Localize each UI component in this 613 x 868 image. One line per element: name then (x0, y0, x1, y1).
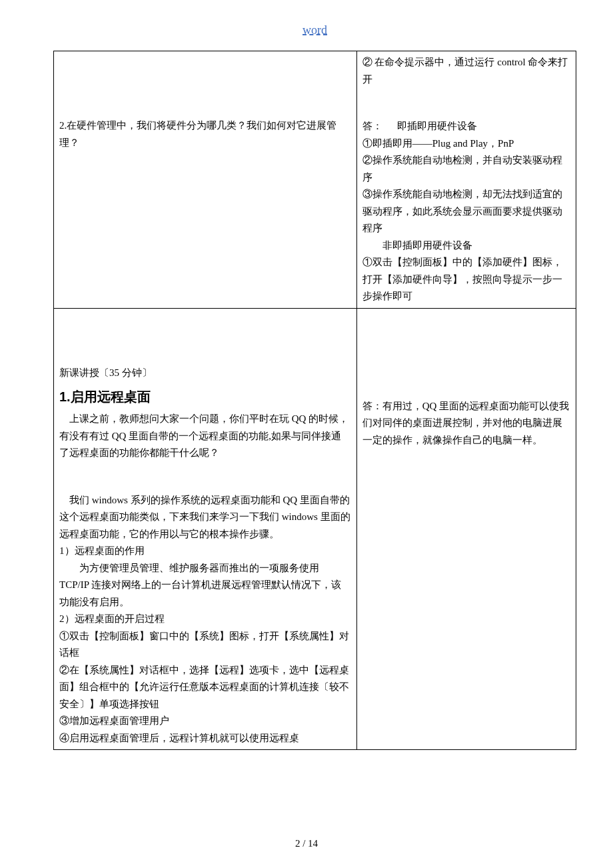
paragraph-intro-1: 上课之前，教师想问大家一个问题，你们平时在玩 QQ 的时候，有没有有过 QQ 里… (59, 411, 351, 462)
list-2-title: 2）远程桌面的开启过程 (59, 611, 351, 628)
paragraph-intro-2: 我们 windows 系列的操作系统的远程桌面功能和 QQ 里面自带的这个远程桌… (59, 492, 351, 543)
section-label: 新课讲授〔35 分钟〕 (59, 365, 351, 382)
answer-block: 答： 即插即用硬件设备 (362, 118, 570, 135)
answer-prev-step2: ② 在命令提示器中，通过运行 control 命令来打开 (362, 54, 570, 88)
answer-item-3: ③操作系统能自动地检测，却无法找到适宜的驱动程序，如此系统会显示画面要求提供驱动… (362, 186, 570, 237)
cell-right-2: 答：有用过，QQ 里面的远程桌面功能可以使我们对同伴的桌面进展控制，并对他的电脑… (356, 308, 576, 750)
page-header: word (53, 23, 576, 37)
answer-remote-desktop: 答：有用过，QQ 里面的远程桌面功能可以使我们对同伴的桌面进展控制，并对他的电脑… (362, 398, 570, 449)
page-number: 2 / 14 (295, 838, 318, 849)
question-2: 2.在硬件管理中，我们将硬件分为哪几类？我们如何对它进展管理？ (59, 54, 351, 151)
step-1: ①双击【控制面板】窗口中的【系统】图标，打开【系统属性】对话框 (59, 628, 351, 662)
cell-left-2: 新课讲授〔35 分钟〕 1.启用远程桌面 上课之前，教师想问大家一个问题，你们平… (54, 308, 357, 750)
page-footer: 2 / 14 (0, 838, 613, 849)
header-link[interactable]: word (303, 23, 327, 37)
answer-item-1: ①即插即用——Plug and Play，PnP (362, 135, 570, 153)
step-3: ③增加远程桌面管理用户 (59, 713, 351, 730)
cell-left-1: 2.在硬件管理中，我们将硬件分为哪几类？我们如何对它进展管理？ (54, 51, 357, 309)
table-row: 新课讲授〔35 分钟〕 1.启用远程桌面 上课之前，教师想问大家一个问题，你们平… (54, 308, 576, 750)
step-2: ②在【系统属性】对话框中，选择【远程】选项卡，选中【远程桌面】组合框中的【允许运… (59, 662, 351, 713)
step-4: ④启用远程桌面管理后，远程计算机就可以使用远程桌 (59, 730, 351, 747)
list-1-title: 1）远程桌面的作用 (59, 543, 351, 560)
list-1-body: 为方便管理员管理、维护服务器而推出的一项服务使用 TCP/IP 连接对网络上的一… (59, 560, 351, 611)
section-heading-1: 1.启用远程桌面 (59, 385, 351, 408)
content-table: 2.在硬件管理中，我们将硬件分为哪几类？我们如何对它进展管理？ ② 在命令提示器… (53, 51, 576, 750)
answer-item-2: ②操作系统能自动地检测，并自动安装驱动程序 (362, 152, 570, 186)
document-page: word 2.在硬件管理中，我们将硬件分为哪几类？我们如何对它进展管理？ ② 在… (0, 0, 613, 868)
answer-title: 即插即用硬件设备 (397, 121, 477, 131)
answer-label: 答： (362, 121, 382, 131)
cell-right-1: ② 在命令提示器中，通过运行 control 命令来打开 答： 即插即用硬件设备… (356, 51, 576, 309)
table-row: 2.在硬件管理中，我们将硬件分为哪几类？我们如何对它进展管理？ ② 在命令提示器… (54, 51, 576, 309)
answer-subhead-2: 非即插即用硬件设备 (362, 237, 570, 255)
answer-b-1: ①双击【控制面板】中的【添加硬件】图标，打开【添加硬件向导】，按照向导提示一步一… (362, 254, 570, 305)
